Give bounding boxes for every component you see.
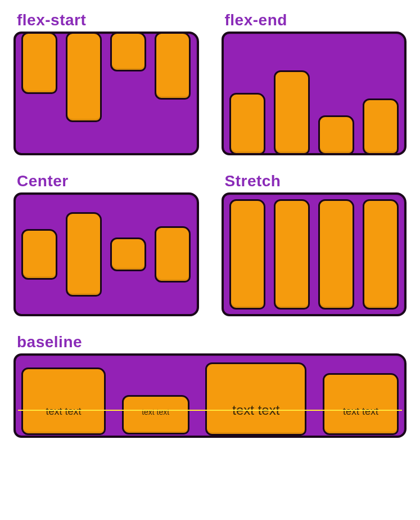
stretch-item-3 xyxy=(318,199,354,310)
panel-baseline-label: baseline xyxy=(17,333,407,351)
panel-flex-start-label: flex-start xyxy=(17,11,199,29)
row-3: baseline text text text text text text t… xyxy=(13,333,407,438)
flex-start-item-4 xyxy=(155,32,191,100)
panel-stretch-label: Stretch xyxy=(225,172,407,190)
panel-baseline-container: text text text text text text text text xyxy=(13,353,407,438)
center-item-4 xyxy=(155,226,191,283)
flex-end-item-2 xyxy=(274,70,310,155)
panel-flex-end-label: flex-end xyxy=(225,11,407,29)
baseline-item-3: text text xyxy=(205,362,306,436)
panel-flex-start-container xyxy=(13,32,199,155)
stretch-item-1 xyxy=(229,199,265,310)
baseline-item-1-text: text text xyxy=(46,406,81,416)
baseline-rule xyxy=(18,410,402,411)
baseline-item-1: text text xyxy=(21,367,106,435)
flex-end-item-1 xyxy=(229,93,265,155)
stretch-item-4 xyxy=(363,199,399,310)
row-2: Center Stretch xyxy=(13,172,407,316)
center-item-2 xyxy=(66,212,102,297)
panel-flex-start: flex-start xyxy=(13,11,199,155)
panel-center-label: Center xyxy=(17,172,199,190)
stretch-item-2 xyxy=(274,199,310,310)
panel-stretch-container xyxy=(222,192,407,316)
baseline-item-4-text: text text xyxy=(343,406,378,416)
center-item-3 xyxy=(110,237,146,271)
row-1: flex-start flex-end xyxy=(13,11,407,155)
panel-flex-end: flex-end xyxy=(222,11,407,155)
flex-start-item-1 xyxy=(21,32,57,94)
panel-baseline: baseline text text text text text text t… xyxy=(13,333,407,438)
center-item-1 xyxy=(21,229,57,280)
baseline-item-2: text text xyxy=(122,395,189,434)
flex-start-item-3 xyxy=(110,32,146,71)
flex-end-item-4 xyxy=(363,98,399,155)
panel-center: Center xyxy=(13,172,199,316)
flex-start-item-2 xyxy=(66,32,102,122)
panel-center-container xyxy=(13,192,199,316)
panel-flex-end-container xyxy=(222,32,407,155)
panel-stretch: Stretch xyxy=(222,172,407,316)
flex-end-item-3 xyxy=(318,115,354,155)
baseline-item-4: text text xyxy=(323,373,399,435)
